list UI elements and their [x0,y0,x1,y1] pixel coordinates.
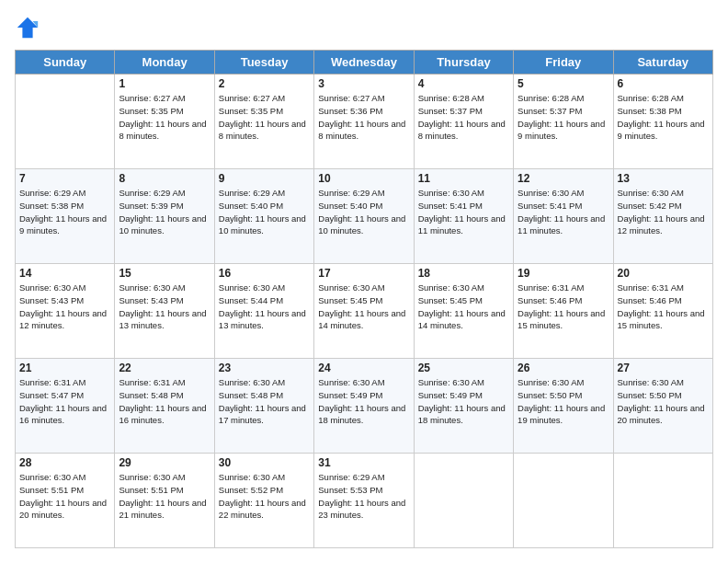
day-info: Sunrise: 6:30 AM Sunset: 5:43 PM Dayligh… [119,282,210,332]
calendar-cell: 17 Sunrise: 6:30 AM Sunset: 5:45 PM Dayl… [314,264,414,359]
day-number: 17 [318,267,409,280]
sunrise-text: Sunrise: 6:30 AM [518,377,584,387]
day-info: Sunrise: 6:29 AM Sunset: 5:38 PM Dayligh… [19,187,110,237]
calendar-cell: 29 Sunrise: 6:30 AM Sunset: 5:51 PM Dayl… [115,454,214,548]
day-info: Sunrise: 6:30 AM Sunset: 5:49 PM Dayligh… [418,376,509,427]
calendar-cell: 26 Sunrise: 6:30 AM Sunset: 5:50 PM Dayl… [514,359,613,454]
day-info: Sunrise: 6:30 AM Sunset: 5:51 PM Dayligh… [19,471,110,522]
day-number: 11 [418,172,509,185]
sunrise-text: Sunrise: 6:30 AM [418,188,484,198]
day-number: 18 [418,267,509,280]
calendar-cell: 13 Sunrise: 6:30 AM Sunset: 5:42 PM Dayl… [613,169,712,264]
daylight-text: Daylight: 11 hours and 12 minutes. [19,308,107,331]
sunrise-text: Sunrise: 6:27 AM [119,93,185,103]
sunset-text: Sunset: 5:37 PM [518,106,582,116]
daylight-text: Daylight: 11 hours and 15 minutes. [618,308,705,331]
daylight-text: Daylight: 11 hours and 10 minutes. [318,213,405,236]
weekday-header-row: SundayMondayTuesdayWednesdayThursdayFrid… [16,51,713,75]
daylight-text: Daylight: 11 hours and 13 minutes. [219,308,306,331]
day-number: 15 [119,267,210,280]
sunset-text: Sunset: 5:45 PM [318,295,382,305]
day-number: 20 [618,267,709,280]
daylight-text: Daylight: 11 hours and 13 minutes. [119,308,206,331]
daylight-text: Daylight: 11 hours and 14 minutes. [418,308,506,331]
daylight-text: Daylight: 11 hours and 16 minutes. [119,403,206,426]
day-info: Sunrise: 6:30 AM Sunset: 5:50 PM Dayligh… [618,376,709,427]
logo [15,15,44,40]
sunset-text: Sunset: 5:47 PM [19,390,84,400]
calendar-cell: 24 Sunrise: 6:30 AM Sunset: 5:49 PM Dayl… [314,359,414,454]
sunset-text: Sunset: 5:52 PM [219,485,283,495]
daylight-text: Daylight: 11 hours and 11 minutes. [418,213,506,236]
day-number: 26 [518,362,609,374]
day-number: 25 [418,362,509,374]
day-number: 29 [119,456,210,469]
sunrise-text: Sunrise: 6:30 AM [19,282,85,293]
day-info: Sunrise: 6:30 AM Sunset: 5:44 PM Dayligh… [219,282,310,332]
calendar-cell: 28 Sunrise: 6:30 AM Sunset: 5:51 PM Dayl… [16,454,115,548]
sunrise-text: Sunrise: 6:31 AM [119,377,185,387]
sunrise-text: Sunrise: 6:29 AM [318,472,384,482]
sunset-text: Sunset: 5:37 PM [418,106,483,116]
calendar-cell [613,454,712,548]
sunrise-text: Sunrise: 6:30 AM [219,282,285,293]
daylight-text: Daylight: 11 hours and 8 minutes. [318,119,405,142]
day-number: 14 [19,267,110,280]
day-number: 3 [318,77,409,90]
sunset-text: Sunset: 5:46 PM [518,295,582,305]
daylight-text: Daylight: 11 hours and 18 minutes. [418,403,506,426]
day-info: Sunrise: 6:30 AM Sunset: 5:52 PM Dayligh… [219,471,310,522]
day-info: Sunrise: 6:28 AM Sunset: 5:38 PM Dayligh… [618,92,709,143]
svg-marker-0 [17,17,38,38]
day-number: 31 [318,456,409,469]
week-row-5: 28 Sunrise: 6:30 AM Sunset: 5:51 PM Dayl… [16,454,713,548]
daylight-text: Daylight: 11 hours and 9 minutes. [19,213,107,236]
daylight-text: Daylight: 11 hours and 18 minutes. [318,403,405,426]
day-info: Sunrise: 6:30 AM Sunset: 5:41 PM Dayligh… [418,187,509,237]
sunset-text: Sunset: 5:38 PM [618,106,682,116]
calendar-cell: 11 Sunrise: 6:30 AM Sunset: 5:41 PM Dayl… [414,169,513,264]
day-number: 10 [318,172,409,185]
day-number: 16 [219,267,310,280]
daylight-text: Daylight: 11 hours and 14 minutes. [318,308,405,331]
day-info: Sunrise: 6:29 AM Sunset: 5:39 PM Dayligh… [119,187,210,237]
sunrise-text: Sunrise: 6:30 AM [618,188,684,198]
calendar-cell [16,75,115,169]
calendar-cell [414,454,513,548]
day-info: Sunrise: 6:30 AM Sunset: 5:50 PM Dayligh… [518,376,609,427]
sunset-text: Sunset: 5:41 PM [418,201,483,211]
day-number: 30 [219,456,310,469]
weekday-header-thursday: Thursday [414,51,513,75]
day-info: Sunrise: 6:30 AM Sunset: 5:45 PM Dayligh… [318,282,409,332]
calendar-cell: 18 Sunrise: 6:30 AM Sunset: 5:45 PM Dayl… [414,264,513,359]
daylight-text: Daylight: 11 hours and 17 minutes. [219,403,306,426]
sunset-text: Sunset: 5:51 PM [119,485,183,495]
day-info: Sunrise: 6:30 AM Sunset: 5:41 PM Dayligh… [518,187,609,237]
daylight-text: Daylight: 11 hours and 22 minutes. [219,498,306,521]
sunset-text: Sunset: 5:43 PM [119,295,183,305]
sunrise-text: Sunrise: 6:29 AM [19,188,85,198]
weekday-header-tuesday: Tuesday [214,51,313,75]
sunset-text: Sunset: 5:50 PM [618,390,682,400]
day-number: 6 [618,77,709,90]
week-row-4: 21 Sunrise: 6:31 AM Sunset: 5:47 PM Dayl… [16,359,713,454]
sunrise-text: Sunrise: 6:28 AM [618,93,684,103]
calendar-cell: 4 Sunrise: 6:28 AM Sunset: 5:37 PM Dayli… [414,75,513,169]
daylight-text: Daylight: 11 hours and 21 minutes. [119,498,206,521]
sunset-text: Sunset: 5:35 PM [219,106,283,116]
day-info: Sunrise: 6:29 AM Sunset: 5:40 PM Dayligh… [318,187,409,237]
sunrise-text: Sunrise: 6:30 AM [219,377,285,387]
day-info: Sunrise: 6:31 AM Sunset: 5:46 PM Dayligh… [618,282,709,332]
sunset-text: Sunset: 5:48 PM [219,390,283,400]
sunrise-text: Sunrise: 6:30 AM [318,377,384,387]
sunset-text: Sunset: 5:51 PM [19,485,84,495]
calendar-cell: 21 Sunrise: 6:31 AM Sunset: 5:47 PM Dayl… [16,359,115,454]
header [15,15,713,40]
sunrise-text: Sunrise: 6:28 AM [418,93,484,103]
calendar-cell: 7 Sunrise: 6:29 AM Sunset: 5:38 PM Dayli… [16,169,115,264]
sunrise-text: Sunrise: 6:30 AM [219,472,285,482]
sunset-text: Sunset: 5:38 PM [19,201,84,211]
day-info: Sunrise: 6:29 AM Sunset: 5:40 PM Dayligh… [219,187,310,237]
day-number: 27 [618,362,709,374]
sunset-text: Sunset: 5:44 PM [219,295,283,305]
